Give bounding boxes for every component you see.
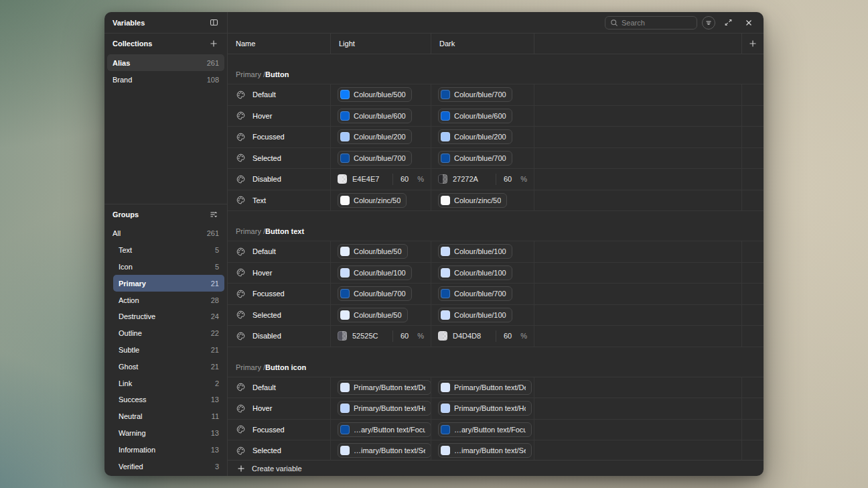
variable-chip[interactable]: Colour/blue/200 xyxy=(438,129,512,144)
dark-mode-cell[interactable]: Colour/blue/700 xyxy=(431,284,534,304)
dark-mode-cell[interactable]: Primary/Button text/Hover xyxy=(431,398,534,419)
variable-chip[interactable]: Primary/Button text/Default xyxy=(338,380,431,395)
variable-chip[interactable]: Primary/Button text/Hover xyxy=(438,401,532,416)
sidebar-item-information[interactable]: Information13 xyxy=(113,441,224,458)
variable-row[interactable]: DefaultColour/blue/500Colour/blue/700 xyxy=(228,84,764,106)
light-mode-cell[interactable]: Colour/blue/50 xyxy=(331,305,431,326)
sidebar-item-alias[interactable]: Alias261 xyxy=(107,54,224,71)
dark-mode-cell[interactable]: Colour/blue/100 xyxy=(431,263,534,284)
dark-mode-cell[interactable]: Colour/zinc/50 xyxy=(431,190,534,211)
sidebar-item-icon[interactable]: Icon5 xyxy=(113,259,224,276)
variable-row[interactable]: HoverPrimary/Button text/HoverPrimary/Bu… xyxy=(228,398,764,420)
color-value-field[interactable]: E4E4E760% xyxy=(331,174,431,185)
variable-chip[interactable]: Primary/Button text/Hover xyxy=(338,401,431,416)
sidebar-item-brand[interactable]: Brand108 xyxy=(107,71,224,88)
light-mode-cell[interactable]: 52525C60% xyxy=(331,326,431,347)
sidebar-item-subtle[interactable]: Subtle21 xyxy=(113,342,224,359)
sidebar-item-neutral[interactable]: Neutral11 xyxy=(113,408,224,425)
light-mode-cell[interactable]: Colour/blue/700 xyxy=(331,148,431,169)
add-collection-button[interactable] xyxy=(206,36,222,52)
variable-chip[interactable]: Colour/blue/100 xyxy=(438,265,512,280)
opacity-field[interactable]: 60% xyxy=(392,330,431,342)
variable-chip[interactable]: …imary/Button text/Selected xyxy=(438,443,532,458)
collapse-groups-button[interactable] xyxy=(206,206,222,223)
toggle-sidebar-button[interactable] xyxy=(206,15,222,31)
variable-chip[interactable]: …imary/Button text/Selected xyxy=(338,443,431,458)
variable-chip[interactable]: Colour/blue/700 xyxy=(338,286,412,301)
variable-chip[interactable]: Colour/zinc/50 xyxy=(338,193,407,208)
sidebar-item-all[interactable]: All261 xyxy=(107,225,224,242)
sidebar-item-primary[interactable]: Primary21 xyxy=(113,275,224,292)
dark-mode-cell[interactable]: Colour/blue/200 xyxy=(431,127,534,147)
variable-chip[interactable]: …ary/Button text/Focussed xyxy=(438,422,532,437)
sidebar-item-warning[interactable]: Warning13 xyxy=(113,425,224,442)
add-mode-button[interactable] xyxy=(745,36,761,52)
variable-name-cell[interactable]: Hover xyxy=(228,263,331,284)
variable-chip[interactable]: Colour/blue/100 xyxy=(438,308,512,322)
light-mode-cell[interactable]: Colour/zinc/50 xyxy=(331,190,431,211)
light-mode-cell[interactable]: E4E4E760% xyxy=(331,169,431,190)
variable-chip[interactable]: …ary/Button text/Focussed xyxy=(338,422,431,437)
variable-row[interactable]: HoverColour/blue/100Colour/blue/100 xyxy=(228,263,764,284)
variable-chip[interactable]: Colour/blue/200 xyxy=(338,129,412,144)
variable-chip[interactable]: Colour/blue/700 xyxy=(438,286,512,301)
variable-name-cell[interactable]: Disabled xyxy=(228,169,331,190)
opacity-field[interactable]: 60% xyxy=(496,330,534,342)
variable-chip[interactable]: Colour/blue/100 xyxy=(438,244,512,259)
sidebar-item-text[interactable]: Text5 xyxy=(113,242,224,259)
sidebar-item-link[interactable]: Link2 xyxy=(113,375,224,391)
sidebar-item-success[interactable]: Success13 xyxy=(113,391,224,408)
color-value-field[interactable]: 52525C60% xyxy=(331,330,431,342)
variable-row[interactable]: Focussed…ary/Button text/Focussed…ary/Bu… xyxy=(228,420,764,441)
light-mode-cell[interactable]: …ary/Button text/Focussed xyxy=(331,420,431,440)
variable-name-cell[interactable]: Focussed xyxy=(228,420,331,440)
variable-name-cell[interactable]: Text xyxy=(228,190,331,211)
hex-value[interactable]: E4E4E7 xyxy=(352,175,379,183)
light-mode-cell[interactable]: Colour/blue/700 xyxy=(331,284,431,304)
dark-mode-cell[interactable]: Primary/Button text/Default xyxy=(431,377,534,398)
dark-mode-cell[interactable]: D4D4D860% xyxy=(431,326,534,347)
expand-button[interactable] xyxy=(720,15,736,31)
variable-name-cell[interactable]: Focussed xyxy=(228,284,331,304)
variable-row[interactable]: TextColour/zinc/50Colour/zinc/50 xyxy=(228,190,764,212)
light-mode-cell[interactable]: Colour/blue/200 xyxy=(331,127,431,147)
variable-chip[interactable]: Primary/Button text/Default xyxy=(438,380,532,395)
variable-row[interactable]: DefaultColour/blue/50Colour/blue/100 xyxy=(228,241,764,263)
hex-value[interactable]: 52525C xyxy=(352,332,378,340)
hex-value[interactable]: D4D4D8 xyxy=(453,332,481,340)
dark-mode-cell[interactable]: Colour/blue/700 xyxy=(431,148,534,169)
dark-mode-cell[interactable]: Colour/blue/700 xyxy=(431,84,534,105)
variable-chip[interactable]: Colour/blue/100 xyxy=(338,265,412,280)
variable-row[interactable]: DisabledE4E4E760%27272A60% xyxy=(228,169,764,190)
variable-row[interactable]: DefaultPrimary/Button text/DefaultPrimar… xyxy=(228,377,764,399)
variable-chip[interactable]: Colour/blue/50 xyxy=(338,244,408,259)
color-value-field[interactable]: 27272A60% xyxy=(431,174,534,185)
sidebar-item-ghost[interactable]: Ghost21 xyxy=(113,358,224,375)
search-input[interactable] xyxy=(622,19,692,27)
variable-row[interactable]: FocussedColour/blue/700Colour/blue/700 xyxy=(228,284,764,305)
sidebar-item-destructive[interactable]: Destructive24 xyxy=(113,308,224,325)
dark-mode-cell[interactable]: Colour/blue/600 xyxy=(431,106,534,127)
variable-row[interactable]: Selected…imary/Button text/Selected…imar… xyxy=(228,440,764,460)
variable-chip[interactable]: Colour/blue/500 xyxy=(338,87,412,102)
light-mode-cell[interactable]: …imary/Button text/Selected xyxy=(331,440,431,460)
variable-name-cell[interactable]: Hover xyxy=(228,398,331,419)
light-mode-cell[interactable]: Primary/Button text/Hover xyxy=(331,398,431,419)
create-variable-label[interactable]: Create variable xyxy=(252,465,302,473)
filter-button[interactable] xyxy=(702,16,715,29)
close-button[interactable] xyxy=(741,15,757,31)
light-mode-cell[interactable]: Colour/blue/100 xyxy=(331,263,431,284)
dark-mode-cell[interactable]: 27272A60% xyxy=(431,169,534,190)
variable-row[interactable]: SelectedColour/blue/50Colour/blue/100 xyxy=(228,305,764,326)
variable-name-cell[interactable]: Hover xyxy=(228,106,331,127)
variable-name-cell[interactable]: Selected xyxy=(228,305,331,326)
variable-name-cell[interactable]: Selected xyxy=(228,148,331,169)
variable-row[interactable]: FocussedColour/blue/200Colour/blue/200 xyxy=(228,127,764,148)
opacity-field[interactable]: 60% xyxy=(496,174,534,185)
color-value-field[interactable]: D4D4D860% xyxy=(431,330,534,342)
variable-row[interactable]: HoverColour/blue/600Colour/blue/600 xyxy=(228,106,764,127)
variable-chip[interactable]: Colour/blue/600 xyxy=(338,109,412,123)
dark-mode-cell[interactable]: …imary/Button text/Selected xyxy=(431,440,534,460)
light-mode-cell[interactable]: Primary/Button text/Default xyxy=(331,377,431,398)
sidebar-item-verified[interactable]: Verified3 xyxy=(113,458,224,475)
